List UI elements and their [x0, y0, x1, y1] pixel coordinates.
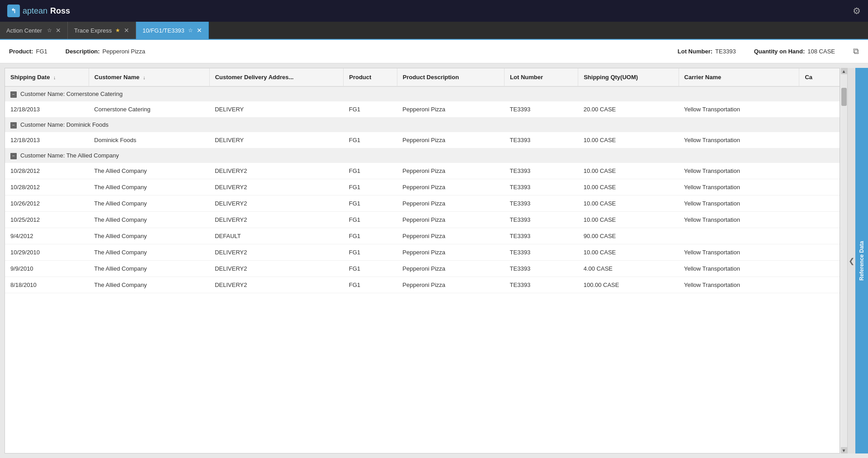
shipping-qty-cell: 10.00 CASE [578, 196, 679, 212]
customer-name-cell: The Allied Company [89, 212, 209, 228]
table-row[interactable]: 10/29/2010The Allied CompanyDELIVERY2FG1… [5, 244, 840, 261]
table-row[interactable]: 9/9/2010The Allied CompanyDELIVERY2FG1Pe… [5, 261, 840, 277]
group-header-row: −Customer Name: Dominick Foods [5, 118, 840, 133]
tab-trace-express[interactable]: Trace Express ★ ✕ [68, 22, 136, 39]
info-lot-number: Lot Number: TE3393 [678, 48, 736, 55]
product-cell: FG1 [344, 277, 397, 293]
scroll-down-arrow[interactable]: ▼ [841, 447, 847, 453]
info-lot-value: TE3393 [715, 48, 736, 55]
customer-delivery-cell: DELIVERY2 [209, 212, 344, 228]
carrier-name-cell: Yellow Transportation [679, 277, 799, 293]
tab-trace-express-star[interactable]: ★ [115, 27, 120, 33]
table-row[interactable]: 10/28/2012The Allied CompanyDELIVERY2FG1… [5, 163, 840, 179]
product-description-cell: Pepperoni Pizza [397, 132, 504, 148]
customer-name-cell: The Allied Company [89, 228, 209, 244]
table-row[interactable]: 9/4/2012The Allied CompanyDEFAULTFG1Pepp… [5, 228, 840, 244]
customer-delivery-cell: DELIVERY2 [209, 277, 344, 293]
ca-cell [799, 261, 840, 277]
lot-number-cell: TE3393 [505, 212, 578, 228]
col-header-product-description[interactable]: Product Description [397, 68, 504, 86]
tab-trace-express-close[interactable]: ✕ [124, 27, 129, 34]
shipping-qty-cell: 10.00 CASE [578, 212, 679, 228]
col-header-ca[interactable]: Ca [799, 68, 840, 86]
ca-cell [799, 101, 840, 118]
product-cell: FG1 [344, 212, 397, 228]
group-collapse-icon[interactable]: − [10, 122, 17, 129]
ca-cell [799, 179, 840, 196]
tab-lot-detail[interactable]: 10/FG1/TE3393 ☆ ✕ [136, 22, 209, 39]
shipping-date-cell: 8/18/2010 [5, 277, 89, 293]
product-cell: FG1 [344, 163, 397, 179]
col-header-customer-delivery[interactable]: Customer Delivery Addres... [209, 68, 344, 86]
customer-delivery-cell: DELIVERY2 [209, 261, 344, 277]
table-row[interactable]: 12/18/2013Dominick FoodsDELIVERYFG1Peppe… [5, 132, 840, 148]
logo-icon: ↰ [7, 5, 20, 17]
lot-number-cell: TE3393 [505, 101, 578, 118]
group-collapse-icon[interactable]: − [10, 153, 17, 159]
customer-delivery-cell: DELIVERY2 [209, 163, 344, 179]
tab-action-center-close[interactable]: ✕ [56, 27, 61, 34]
customer-name-cell: The Allied Company [89, 244, 209, 261]
col-header-carrier-name[interactable]: Carrier Name [679, 68, 799, 86]
carrier-name-cell: Yellow Transportation [679, 179, 799, 196]
tab-lot-detail-label: 10/FG1/TE3393 [142, 27, 184, 34]
shipping-qty-cell: 10.00 CASE [578, 163, 679, 179]
table-body: −Customer Name: Cornerstone Catering12/1… [5, 86, 840, 293]
table-row[interactable]: 8/18/2010The Allied CompanyDELIVERY2FG1P… [5, 277, 840, 293]
sort-icon-shipping-date: ↓ [53, 75, 56, 80]
col-header-customer-name[interactable]: Customer Name ↓ [89, 68, 209, 86]
table-row[interactable]: 10/26/2012The Allied CompanyDELIVERY2FG1… [5, 196, 840, 212]
shipping-date-cell: 9/9/2010 [5, 261, 89, 277]
customer-delivery-cell: DELIVERY [209, 101, 344, 118]
product-cell: FG1 [344, 228, 397, 244]
scroll-up-arrow[interactable]: ▲ [841, 68, 847, 74]
shipping-qty-cell: 4.00 CASE [578, 261, 679, 277]
table-row[interactable]: 12/18/2013Cornerstone CateringDELIVERYFG… [5, 101, 840, 118]
group-header-row: −Customer Name: The Allied Company [5, 148, 840, 163]
col-header-shipping-qty[interactable]: Shipping Qty(UOM) [578, 68, 679, 86]
chevron-left-icon: ❮ [849, 257, 854, 265]
lot-number-cell: TE3393 [505, 261, 578, 277]
app-logo: ↰ aptean Ross [7, 5, 70, 17]
customer-delivery-cell: DEFAULT [209, 228, 344, 244]
tab-bar: Action Center ☆ ✕ Trace Express ★ ✕ 10/F… [0, 22, 868, 40]
ca-cell [799, 277, 840, 293]
customer-name-cell: Cornerstone Catering [89, 101, 209, 118]
customer-name-cell: The Allied Company [89, 163, 209, 179]
col-header-shipping-date[interactable]: Shipping Date ↓ [5, 68, 89, 86]
group-collapse-icon[interactable]: − [10, 91, 17, 98]
info-bar: Product: FG1 Description: Pepperoni Pizz… [0, 40, 868, 63]
info-product-value: FG1 [36, 48, 47, 55]
table-row[interactable]: 10/28/2012The Allied CompanyDELIVERY2FG1… [5, 179, 840, 196]
col-header-lot-number[interactable]: Lot Number [505, 68, 578, 86]
product-cell: FG1 [344, 196, 397, 212]
product-description-cell: Pepperoni Pizza [397, 101, 504, 118]
sort-icon-customer-name: ↓ [143, 75, 146, 80]
shipping-qty-cell: 10.00 CASE [578, 132, 679, 148]
lot-number-cell: TE3393 [505, 244, 578, 261]
customer-delivery-cell: DELIVERY2 [209, 179, 344, 196]
settings-icon[interactable]: ⚙ [853, 5, 861, 16]
table-wrapper[interactable]: Shipping Date ↓ Customer Name ↓ Customer… [5, 68, 840, 453]
right-panel-toggle[interactable]: ❮ [847, 68, 855, 453]
shipping-qty-cell: 10.00 CASE [578, 179, 679, 196]
shipping-qty-cell: 20.00 CASE [578, 101, 679, 118]
product-description-cell: Pepperoni Pizza [397, 261, 504, 277]
ca-cell [799, 228, 840, 244]
tab-action-center-star[interactable]: ☆ [47, 27, 52, 33]
info-lot-label: Lot Number: [678, 48, 712, 55]
info-copy-icon[interactable]: ⧉ [853, 47, 859, 56]
ca-cell [799, 163, 840, 179]
lot-number-cell: TE3393 [505, 228, 578, 244]
customer-name-cell: Dominick Foods [89, 132, 209, 148]
tab-lot-detail-star[interactable]: ☆ [188, 27, 193, 33]
table-row[interactable]: 10/25/2012The Allied CompanyDELIVERY2FG1… [5, 212, 840, 228]
reference-data-tab[interactable]: Reference Data [855, 68, 868, 453]
col-header-product[interactable]: Product [344, 68, 397, 86]
tab-action-center[interactable]: Action Center ☆ ✕ [0, 22, 68, 39]
customer-delivery-cell: DELIVERY [209, 132, 344, 148]
scrollbar-track[interactable] [841, 74, 847, 447]
tab-lot-detail-close[interactable]: ✕ [197, 27, 202, 34]
scrollbar-thumb[interactable] [841, 88, 847, 106]
info-quantity-value: 108 CASE [807, 48, 835, 55]
